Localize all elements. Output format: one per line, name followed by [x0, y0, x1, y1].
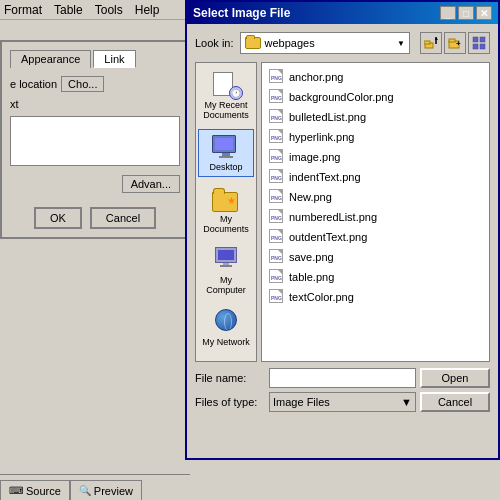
- menu-bar: Format Table Tools Help: [0, 0, 190, 20]
- tab-appearance[interactable]: Appearance: [10, 50, 91, 68]
- file-name-text: backgroundColor.png: [289, 91, 394, 103]
- menu-format[interactable]: Format: [4, 3, 42, 17]
- list-item[interactable]: PNG outdentText.png: [266, 227, 485, 247]
- dialog-tabs: Appearance Link: [10, 50, 180, 68]
- svg-rect-9: [480, 44, 485, 49]
- file-icon: PNG: [269, 69, 285, 85]
- mydocs-label: My Documents: [201, 215, 251, 235]
- chevron-down-icon: ▼: [397, 39, 405, 48]
- list-item[interactable]: PNG numberedList.png: [266, 207, 485, 227]
- minimize-button[interactable]: _: [440, 6, 456, 20]
- recent-documents-icon: 🕐: [210, 71, 242, 99]
- files-type-combo[interactable]: Image Files ▼: [269, 392, 416, 412]
- text-area[interactable]: [10, 116, 180, 166]
- svg-rect-8: [473, 44, 478, 49]
- file-icon: PNG: [269, 189, 285, 205]
- file-icon: PNG: [269, 229, 285, 245]
- list-item[interactable]: PNG hyperlink.png: [266, 127, 485, 147]
- cancel-button[interactable]: Cancel: [90, 207, 156, 229]
- file-icon: PNG: [269, 149, 285, 165]
- file-icon: PNG: [269, 269, 285, 285]
- shortcut-mydocs[interactable]: ★ My Documents: [198, 181, 254, 239]
- tab-link[interactable]: Link: [93, 50, 135, 68]
- folder-icon: [245, 37, 261, 49]
- my-network-icon: [210, 308, 242, 336]
- list-item[interactable]: PNG textColor.png: [266, 287, 485, 307]
- up-folder-button[interactable]: [420, 32, 442, 54]
- look-in-combo[interactable]: webpages ▼: [240, 32, 410, 54]
- shortcut-recent[interactable]: 🕐 My Recent Documents: [198, 67, 254, 125]
- menu-help[interactable]: Help: [135, 3, 160, 17]
- maximize-button[interactable]: □: [458, 6, 474, 20]
- file-icon: PNG: [269, 129, 285, 145]
- file-name-text: save.png: [289, 251, 334, 263]
- file-icon: PNG: [269, 109, 285, 125]
- file-name-text: numberedList.png: [289, 211, 377, 223]
- tab-source[interactable]: ⌨ Source: [0, 480, 70, 500]
- list-item[interactable]: PNG bulletedList.png: [266, 107, 485, 127]
- file-name-text: indentText.png: [289, 171, 361, 183]
- svg-rect-6: [473, 37, 478, 42]
- list-item[interactable]: PNG backgroundColor.png: [266, 87, 485, 107]
- list-item[interactable]: PNG table.png: [266, 267, 485, 287]
- text-label: xt: [10, 98, 19, 110]
- file-name-label: File name:: [195, 372, 265, 384]
- shortcut-desktop[interactable]: Desktop: [198, 129, 254, 177]
- close-button[interactable]: ✕: [476, 6, 492, 20]
- tab-preview[interactable]: 🔍 Preview: [70, 480, 142, 500]
- ok-button[interactable]: OK: [34, 207, 82, 229]
- text-field-row: xt: [10, 98, 180, 110]
- shortcut-network[interactable]: My Network: [198, 304, 254, 352]
- file-icon: PNG: [269, 289, 285, 305]
- files-type-chevron: ▼: [401, 396, 412, 408]
- file-name-text: table.png: [289, 271, 334, 283]
- menu-tools[interactable]: Tools: [95, 3, 123, 17]
- list-item[interactable]: PNG save.png: [266, 247, 485, 267]
- file-name-text: image.png: [289, 151, 340, 163]
- file-icon: PNG: [269, 209, 285, 225]
- look-in-row: Look in: webpages ▼ +: [195, 32, 490, 54]
- titlebar-buttons: _ □ ✕: [440, 6, 492, 20]
- browser-area: 🕐 My Recent Documents: [195, 62, 490, 362]
- my-documents-icon: ★: [210, 185, 242, 213]
- list-item[interactable]: PNG anchor.png: [266, 67, 485, 87]
- look-in-label: Look in:: [195, 37, 234, 49]
- files-type-value: Image Files: [273, 396, 397, 408]
- file-name-text: anchor.png: [289, 71, 343, 83]
- desktop-icon: [210, 133, 242, 161]
- select-image-dialog: Select Image File _ □ ✕ Look in: webpage…: [185, 0, 500, 460]
- file-icon: PNG: [269, 169, 285, 185]
- file-name-input[interactable]: [269, 368, 416, 388]
- svg-rect-1: [424, 41, 430, 44]
- network-label: My Network: [202, 338, 250, 348]
- advanced-button[interactable]: Advan...: [122, 175, 180, 193]
- file-list-panel[interactable]: PNG anchor.png PNG backgroundColor.png P…: [261, 62, 490, 362]
- look-in-value: webpages: [265, 37, 394, 49]
- dialog-title: Select Image File: [193, 6, 290, 20]
- dialog-bottom-buttons: OK Cancel: [10, 207, 180, 229]
- recent-label: My Recent Documents: [201, 101, 251, 121]
- menu-table[interactable]: Table: [54, 3, 83, 17]
- nav-buttons: +: [420, 32, 490, 54]
- file-name-text: hyperlink.png: [289, 131, 354, 143]
- desktop-label: Desktop: [209, 163, 242, 173]
- list-item[interactable]: PNG indentText.png: [266, 167, 485, 187]
- location-field-row: e location Cho...: [10, 76, 180, 92]
- list-item[interactable]: PNG New.png: [266, 187, 485, 207]
- file-icon: PNG: [269, 89, 285, 105]
- file-name-text: New.png: [289, 191, 332, 203]
- shortcuts-panel: 🕐 My Recent Documents: [195, 62, 257, 362]
- location-label: e location: [10, 78, 57, 90]
- choose-button[interactable]: Cho...: [61, 76, 104, 92]
- shortcut-mycomp[interactable]: My Computer: [198, 242, 254, 300]
- background-dialog: Appearance Link e location Cho... xt Adv…: [0, 40, 190, 239]
- mycomp-label: My Computer: [201, 276, 251, 296]
- list-item[interactable]: PNG image.png: [266, 147, 485, 167]
- bottom-bar: ⌨ Source 🔍 Preview: [0, 474, 190, 500]
- dialog-titlebar: Select Image File _ □ ✕: [187, 2, 498, 24]
- dialog-cancel-button[interactable]: Cancel: [420, 392, 490, 412]
- open-button[interactable]: Open: [420, 368, 490, 388]
- new-folder-button[interactable]: +: [444, 32, 466, 54]
- view-button[interactable]: [468, 32, 490, 54]
- svg-text:+: +: [456, 39, 461, 48]
